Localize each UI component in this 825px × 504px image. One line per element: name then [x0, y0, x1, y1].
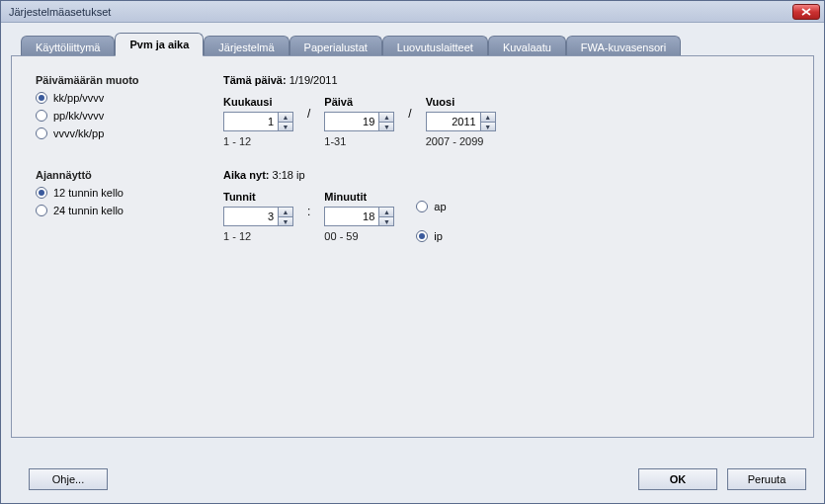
- radio-pm[interactable]: ip: [416, 230, 446, 242]
- hours-input[interactable]: [223, 207, 279, 226]
- close-icon: [801, 8, 811, 16]
- minutes-label: Minuutit: [324, 191, 394, 203]
- radio-clock-24h[interactable]: 24 tunnin kello: [36, 205, 223, 216]
- day-range: 1-31: [324, 135, 394, 147]
- day-label: Päivä: [324, 96, 394, 108]
- radio-label: kk/pp/vvvv: [53, 92, 104, 104]
- radio-date-format-mdY[interactable]: kk/pp/vvvv: [36, 92, 223, 104]
- tab-fwa-sensor[interactable]: FWA-kuvasensori: [566, 36, 681, 57]
- hours-spinner[interactable]: ▲ ▼: [223, 207, 293, 226]
- radio-dot-icon: [36, 110, 47, 122]
- year-range: 2007 - 2099: [426, 135, 496, 147]
- footer: Ohje... OK Peruuta: [1, 456, 824, 503]
- month-up[interactable]: ▲: [279, 113, 292, 122]
- month-label: Kuukausi: [223, 96, 293, 108]
- hours-range: 1 - 12: [223, 230, 293, 242]
- radio-date-format-dmY[interactable]: pp/kk/vvvv: [36, 110, 223, 122]
- minutes-up[interactable]: ▲: [379, 208, 393, 216]
- year-up[interactable]: ▲: [481, 113, 495, 122]
- radio-label: 12 tunnin kello: [53, 187, 124, 199]
- radio-dot-icon: [36, 127, 47, 139]
- radio-label: vvvv/kk/pp: [53, 127, 104, 139]
- date-separator: /: [307, 107, 310, 121]
- radio-label: pp/kk/vvvv: [53, 110, 104, 122]
- radio-label: 24 tunnin kello: [53, 205, 124, 216]
- tab-ui[interactable]: Käyttöliittymä: [21, 36, 115, 57]
- radio-label: ap: [434, 201, 446, 212]
- year-down[interactable]: ▼: [481, 122, 495, 130]
- radio-dot-icon: [416, 230, 428, 242]
- month-spinner[interactable]: ▲ ▼: [223, 112, 293, 131]
- radio-dot-icon: [36, 205, 47, 216]
- date-format-label: Päivämäärän muoto: [36, 74, 223, 86]
- titlebar: Järjestelmäasetukset: [1, 1, 824, 23]
- now-heading: Aika nyt: 3:18 ip: [223, 169, 789, 181]
- tab-output-devices[interactable]: Luovutuslaitteet: [382, 36, 488, 57]
- cancel-button[interactable]: Peruuta: [727, 468, 806, 490]
- day-input[interactable]: [324, 112, 379, 131]
- date-time-panel: Päivämäärän muoto kk/pp/vvvv pp/kk/vvvv …: [11, 55, 814, 438]
- today-heading: Tämä päivä: 1/19/2011: [223, 74, 789, 86]
- radio-dot-icon: [36, 187, 47, 199]
- minutes-down[interactable]: ▼: [379, 216, 393, 225]
- tab-image-quality[interactable]: Kuvalaatu: [488, 36, 566, 57]
- today-value: 1/19/2011: [289, 74, 338, 86]
- radio-clock-12h[interactable]: 12 tunnin kello: [36, 187, 223, 199]
- month-down[interactable]: ▼: [279, 122, 292, 130]
- hours-down[interactable]: ▼: [279, 216, 292, 225]
- month-range: 1 - 12: [223, 135, 293, 147]
- radio-date-format-Ymd[interactable]: vvvv/kk/pp: [36, 127, 223, 139]
- year-label: Vuosi: [426, 96, 496, 108]
- year-input[interactable]: [426, 112, 481, 131]
- tab-date-time[interactable]: Pvm ja aika: [115, 33, 204, 56]
- hours-label: Tunnit: [223, 191, 293, 203]
- ok-button[interactable]: OK: [638, 468, 717, 490]
- month-input[interactable]: [223, 112, 279, 131]
- minutes-spinner[interactable]: ▲ ▼: [324, 207, 394, 226]
- close-button[interactable]: [792, 4, 820, 20]
- day-spinner[interactable]: ▲ ▼: [324, 112, 394, 131]
- help-button[interactable]: Ohje...: [29, 468, 108, 490]
- content: Käyttöliittymä Pvm ja aika Järjestelmä P…: [1, 23, 824, 503]
- time-display-label: Ajannäyttö: [36, 169, 223, 181]
- date-separator: /: [408, 107, 411, 121]
- time-separator: :: [307, 205, 310, 218]
- tab-system[interactable]: Järjestelmä: [204, 36, 289, 57]
- tab-paper-trays[interactable]: Paperialustat: [289, 36, 382, 57]
- hours-up[interactable]: ▲: [279, 208, 292, 216]
- radio-label: ip: [434, 230, 443, 242]
- minutes-input[interactable]: [324, 207, 379, 226]
- radio-dot-icon: [416, 201, 428, 212]
- settings-window: Järjestelmäasetukset Käyttöliittymä Pvm …: [0, 0, 825, 504]
- year-spinner[interactable]: ▲ ▼: [426, 112, 496, 131]
- radio-dot-icon: [36, 92, 47, 104]
- day-down[interactable]: ▼: [379, 122, 393, 130]
- window-title: Järjestelmäasetukset: [5, 6, 111, 18]
- radio-am[interactable]: ap: [416, 201, 446, 212]
- minutes-range: 00 - 59: [324, 230, 394, 242]
- tabstrip: Käyttöliittymä Pvm ja aika Järjestelmä P…: [21, 33, 814, 56]
- now-value: 3:18 ip: [273, 169, 305, 181]
- day-up[interactable]: ▲: [379, 113, 393, 122]
